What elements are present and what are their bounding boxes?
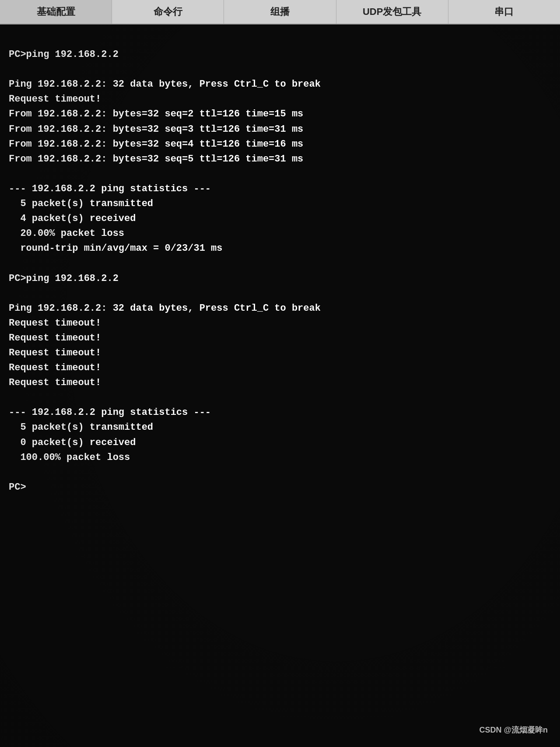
app-container: 基础配置命令行组播UDP发包工具串口 PC>ping 192.168.2.2 P… [0,0,560,747]
terminal-line [9,465,551,480]
tab-command-line[interactable]: 命令行 [112,0,224,24]
terminal-line: 5 packet(s) transmitted [9,196,551,211]
terminal-line: Request timeout! [9,346,551,361]
terminal-line [9,286,551,301]
tab-udp-tool[interactable]: UDP发包工具 [336,0,448,24]
tab-multicast[interactable]: 组播 [224,0,336,24]
terminal-line: 4 packet(s) received [9,211,551,226]
terminal-line [9,62,551,77]
terminal-line: Request timeout! [9,316,551,331]
terminal-line: --- 192.168.2.2 ping statistics --- [9,405,551,420]
terminal-line: PC>ping 192.168.2.2 [9,47,551,62]
terminal-line [9,32,551,47]
terminal-line: round-trip min/avg/max = 0/23/31 ms [9,241,551,256]
terminal-line: Request timeout! [9,331,551,346]
terminal-line: From 192.168.2.2: bytes=32 seq=5 ttl=126… [9,152,551,167]
terminal-line: From 192.168.2.2: bytes=32 seq=4 ttl=126… [9,137,551,152]
terminal-line: Request timeout! [9,375,551,390]
terminal-line: From 192.168.2.2: bytes=32 seq=3 ttl=126… [9,122,551,137]
terminal-line: Request timeout! [9,92,551,107]
terminal-line: PC> [9,480,551,495]
tab-bar: 基础配置命令行组播UDP发包工具串口 [0,0,560,25]
terminal-line: Request timeout! [9,361,551,375]
terminal-line [9,256,551,271]
terminal-line: From 192.168.2.2: bytes=32 seq=2 ttl=126… [9,107,551,122]
terminal-line: Ping 192.168.2.2: 32 data bytes, Press C… [9,301,551,316]
terminal-area[interactable]: PC>ping 192.168.2.2 Ping 192.168.2.2: 32… [0,25,560,747]
terminal-line: 20.00% packet loss [9,226,551,241]
terminal-line: --- 192.168.2.2 ping statistics --- [9,182,551,196]
terminal-line: PC>ping 192.168.2.2 [9,271,551,286]
terminal-line [9,390,551,405]
terminal-line: Ping 192.168.2.2: 32 data bytes, Press C… [9,77,551,92]
branding-label: CSDN @流烟凝眸n [479,724,548,736]
terminal-line: 5 packet(s) transmitted [9,420,551,435]
terminal-line: 0 packet(s) received [9,435,551,450]
tab-serial[interactable]: 串口 [448,0,560,24]
terminal-line [9,167,551,182]
tab-basic-config[interactable]: 基础配置 [0,0,112,24]
terminal-line: 100.00% packet loss [9,450,551,465]
